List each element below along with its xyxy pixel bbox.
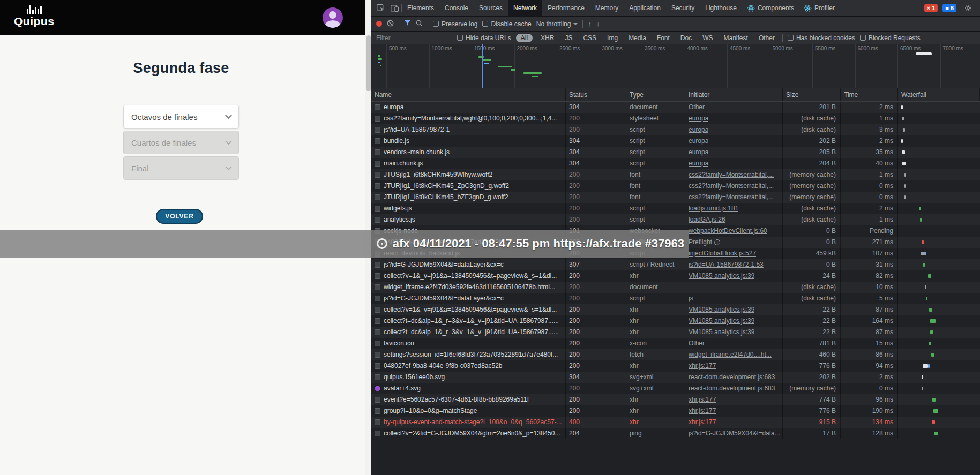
initiator-link[interactable]: europa: [689, 147, 708, 158]
tab-elements[interactable]: Elements: [402, 0, 439, 16]
filter-chip-all[interactable]: All: [516, 34, 533, 42]
network-request-row[interactable]: settings?session_id=1f6ef68fd3f723a70352…: [371, 349, 980, 360]
inspect-element-icon[interactable]: [373, 0, 387, 16]
filter-chip-doc[interactable]: Doc: [678, 34, 694, 42]
network-request-row[interactable]: avatar+4.svg200svg+xmlreact-dom.developm…: [371, 383, 980, 394]
initiator-link[interactable]: xhr.js:177: [689, 405, 716, 417]
checkbox-icon[interactable]: [457, 35, 463, 41]
preserve-log-checkbox[interactable]: Preserve log: [433, 20, 477, 28]
network-request-row[interactable]: JTURjIg1_i6t8kCHKm45_bZF3gnD_g.woff2200f…: [371, 192, 980, 203]
network-request-row[interactable]: collect?v=1&_v=j91&a=1384509456&t=pagevi…: [371, 270, 980, 282]
network-request-row[interactable]: js?id=G-JGJDM59X04&l=dataLayer&cx=c200sc…: [371, 293, 980, 304]
clear-network-log-button[interactable]: [387, 20, 394, 28]
network-request-row[interactable]: 048027ef-9ba8-404e-9f8b-c037ed8ac52b200p…: [371, 237, 980, 248]
info-icon[interactable]: i: [714, 239, 720, 245]
filter-chip-font[interactable]: Font: [654, 34, 672, 42]
checkbox-icon[interactable]: [860, 35, 866, 41]
app-scrollbar-thumb[interactable]: [366, 35, 371, 91]
filter-chip-img[interactable]: Img: [604, 34, 620, 42]
initiator-link[interactable]: VM1085 analytics.js:39: [689, 327, 754, 338]
network-request-row[interactable]: main.chunk.js304scripteuropa204 B40 ms: [371, 158, 980, 169]
tab-components[interactable]: Components: [742, 0, 799, 16]
hide-data-urls-checkbox[interactable]: Hide data URLs: [457, 34, 511, 42]
search-icon[interactable]: [416, 20, 423, 28]
network-request-row[interactable]: widgets.js200scriptloadjs.umd.js:181(dis…: [371, 203, 980, 214]
network-request-row[interactable]: bundle.js304scripteuropa202 B2 ms: [371, 135, 980, 147]
initiator-link[interactable]: js?id=G-JGJDM59X04&l=data...: [689, 428, 780, 439]
import-har-icon[interactable]: ↑: [588, 20, 592, 27]
column-header-initiator[interactable]: Initiator: [685, 88, 783, 101]
initiator-link[interactable]: europa: [689, 158, 708, 169]
initiator-link[interactable]: xhr.js:177: [689, 360, 716, 372]
tab-network[interactable]: Network: [508, 0, 542, 16]
column-header-name[interactable]: Name: [371, 88, 566, 101]
checkbox-icon[interactable]: [482, 21, 488, 27]
filter-chip-manifest[interactable]: Manifest: [721, 34, 751, 42]
initiator-link[interactable]: loadGA.js:26: [689, 214, 725, 225]
network-request-row[interactable]: collect?t=dc&aip=1&_r=3&v=1&_v=j91&tid=U…: [371, 315, 980, 327]
initiator-link[interactable]: europa: [689, 135, 708, 147]
tab-memory[interactable]: Memory: [590, 0, 624, 16]
quipus-logo[interactable]: Quipus: [14, 5, 54, 28]
record-network-log-button[interactable]: [376, 21, 382, 27]
initiator-link[interactable]: xhr.js:177: [689, 417, 716, 428]
checkbox-icon[interactable]: [433, 21, 439, 27]
disable-cache-checkbox[interactable]: Disable cache: [482, 20, 531, 28]
initiator-link[interactable]: VM1085 analytics.js:39: [689, 270, 754, 282]
tab-security[interactable]: Security: [666, 0, 700, 16]
filter-chip-css[interactable]: CSS: [580, 34, 599, 42]
tab-profiler[interactable]: Profiler: [799, 0, 840, 16]
network-request-row[interactable]: css2?family=Montserrat:ital,wght@0,100;0…: [371, 113, 980, 124]
app-scrollbar[interactable]: [365, 0, 371, 475]
network-request-row[interactable]: by-quipus-event-and-match-stage?l=100&o=…: [371, 417, 980, 428]
network-request-row[interactable]: favicon.ico200x-iconOther781 B15 ms: [371, 338, 980, 349]
overview-scroll-thumb[interactable]: [916, 52, 932, 55]
filter-chip-media[interactable]: Media: [626, 34, 649, 42]
initiator-link[interactable]: injectGlobalHook.js:527: [689, 248, 756, 259]
checkbox-icon[interactable]: [788, 35, 794, 41]
initiator-link[interactable]: react-dom.development.js:683: [689, 383, 775, 394]
issues-count-badge[interactable]: ■6: [942, 4, 956, 12]
column-header-waterfall[interactable]: Waterfall: [898, 88, 980, 101]
initiator-link[interactable]: js?id=UA-158679872-1:53: [689, 259, 764, 270]
column-header-status[interactable]: Status: [566, 88, 626, 101]
initiator-link[interactable]: widget_iframe.e2f47d0....ht...: [689, 349, 772, 360]
initiator-link[interactable]: europa: [689, 124, 708, 135]
network-request-row[interactable]: collect?v=1&_v=j91&a=1384509456&t=pagevi…: [371, 304, 980, 315]
column-header-type[interactable]: Type: [626, 88, 685, 101]
device-toolbar-icon[interactable]: [387, 0, 401, 16]
error-count-badge[interactable]: ×1: [924, 4, 938, 12]
filter-chip-ws[interactable]: WS: [700, 34, 715, 42]
network-request-row[interactable]: react_devtools_backend.js200scriptinject…: [371, 248, 980, 259]
network-request-row[interactable]: JTURjIg1_i6t8kCHKm45_ZpC3gnD_g.woff2200f…: [371, 180, 980, 192]
tab-sources[interactable]: Sources: [474, 0, 508, 16]
filter-chip-other[interactable]: Other: [756, 34, 777, 42]
initiator-link[interactable]: europa: [689, 113, 708, 124]
tab-application[interactable]: Application: [624, 0, 666, 16]
network-request-row[interactable]: 048027ef-9ba8-404e-9f8b-c037ed8ac52b200x…: [371, 360, 980, 372]
initiator-link[interactable]: xhr.js:177: [689, 394, 716, 405]
user-avatar[interactable]: [323, 7, 343, 28]
initiator-link[interactable]: VM1085 analytics.js:39: [689, 315, 754, 327]
overview[interactable]: 500 ms1000 ms1500 ms2000 ms2500 ms3000 m…: [371, 44, 980, 88]
initiator-link[interactable]: js: [689, 293, 693, 304]
network-request-row[interactable]: widget_iframe.e2f47d03e592fe463d11656051…: [371, 282, 980, 293]
initiator-link[interactable]: VM1085 analytics.js:39: [689, 304, 754, 315]
select-octavos-de-finales[interactable]: Octavos de finales: [123, 105, 239, 129]
network-request-row[interactable]: js?id=G-JGJDM59X04&l=dataLayer&cx=c307sc…: [371, 259, 980, 270]
tab-performance[interactable]: Performance: [542, 0, 590, 16]
network-request-row[interactable]: group?l=10&o=0&g=matchStage200xhrxhr.js:…: [371, 405, 980, 417]
tab-lighthouse[interactable]: Lighthouse: [700, 0, 742, 16]
network-request-row[interactable]: vendors~main.chunk.js304scripteuropa205 …: [371, 147, 980, 158]
volver-button[interactable]: VOLVER: [156, 209, 203, 224]
settings-gear-icon[interactable]: [961, 4, 975, 12]
network-request-row[interactable]: collect?t=dc&aip=1&_r=3&v=1&_v=j91&tid=U…: [371, 327, 980, 338]
initiator-link[interactable]: loadjs.umd.js:181: [689, 203, 738, 214]
network-request-row[interactable]: collect?v=2&tid=G-JGJDM59X04&gtm=2oe6n0&…: [371, 428, 980, 439]
export-har-icon[interactable]: ↓: [596, 20, 600, 27]
network-request-row[interactable]: sockjs-node101websocketwebpackHotDevClie…: [371, 225, 980, 237]
network-request-row[interactable]: quipus.1561ee0b.svg304svg+xmlreact-dom.d…: [371, 372, 980, 383]
has-blocked-cookies-checkbox[interactable]: Has blocked cookies: [788, 34, 855, 42]
initiator-link[interactable]: react-dom.development.js:683: [689, 372, 775, 383]
network-request-row[interactable]: event?e=5602ac57-6307-4d61-8f8b-bb89269a…: [371, 394, 980, 405]
